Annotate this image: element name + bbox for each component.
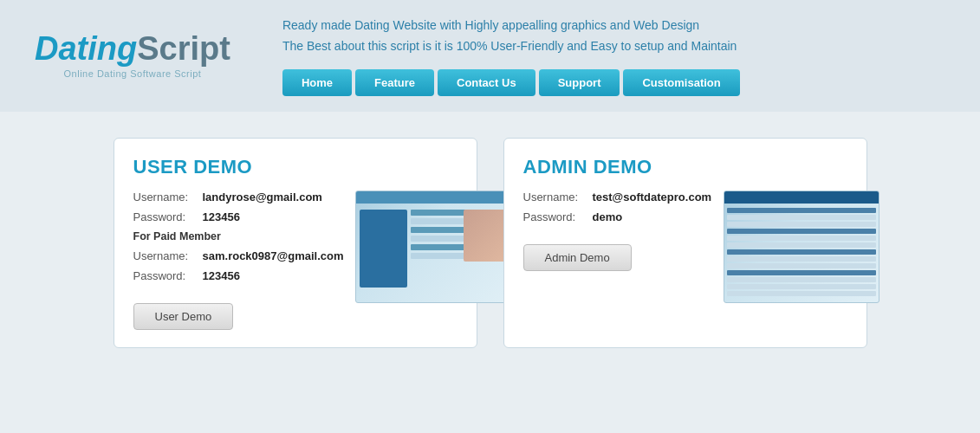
paid-username-label: Username: [133,249,203,262]
admin-demo-info: Username: test@softdatepro.com Password:… [523,191,712,303]
admin-username-value: test@softdatepro.com [593,191,712,204]
user-password-value: 123456 [203,210,240,223]
admin-demo-screenshot [724,191,879,303]
user-demo-button[interactable]: User Demo [133,303,234,330]
user-demo-box: USER DEMO Username: landyrose@gmail.com … [114,138,477,348]
user-demo-title: USER DEMO [133,156,458,178]
admin-demo-box: ADMIN DEMO Username: test@softdatepro.co… [503,138,867,348]
user-password-label: Password: [133,210,203,223]
nav: Home Feature Contact Us Support Customis… [282,69,945,96]
logo-area: DatingScript Online Dating Software Scri… [35,32,230,79]
user-username-value: landyrose@gmail.com [203,191,322,204]
admin-username-row: Username: test@softdatepro.com [523,191,712,204]
header-slogan: Ready made Dating Website with Highly ap… [282,16,945,57]
admin-demo-content: Username: test@softdatepro.com Password:… [523,191,847,303]
slogan-line2: The Best about this script is it is 100%… [282,36,945,57]
slogan-line1: Ready made Dating Website with Highly ap… [282,16,945,36]
admin-password-row: Password: demo [523,210,712,223]
paid-password-value: 123456 [203,269,240,282]
logo-dating: Dating [35,30,137,67]
user-demo-screenshot [355,191,511,303]
logo: DatingScript [35,32,230,65]
user-demo-info: Username: landyrose@gmail.com Password: … [133,191,344,330]
paid-password-row: Password: 123456 [133,269,344,282]
logo-tagline: Online Dating Software Script [64,68,202,79]
nav-customisation[interactable]: Customisation [623,69,739,96]
paid-username-value: sam.rock0987@gmail.com [203,249,344,262]
admin-demo-button[interactable]: Admin Demo [523,244,632,271]
header: DatingScript Online Dating Software Scri… [0,0,980,112]
admin-username-label: Username: [523,191,593,204]
user-demo-content: Username: landyrose@gmail.com Password: … [133,191,458,330]
paid-member-label: For Paid Member [133,230,344,242]
nav-contact-us[interactable]: Contact Us [438,69,535,96]
admin-demo-title: ADMIN DEMO [523,156,847,178]
admin-password-value: demo [593,210,623,223]
nav-feature[interactable]: Feature [355,69,434,96]
user-username-label: Username: [133,191,203,204]
main-content: USER DEMO Username: landyrose@gmail.com … [0,112,980,374]
paid-username-row: Username: sam.rock0987@gmail.com [133,249,344,262]
nav-home[interactable]: Home [282,69,352,96]
paid-password-label: Password: [133,269,203,282]
nav-support[interactable]: Support [539,69,620,96]
logo-script: Script [137,30,230,67]
user-username-row: Username: landyrose@gmail.com [133,191,344,204]
user-password-row: Password: 123456 [133,210,344,223]
header-right: Ready made Dating Website with Highly ap… [230,16,945,96]
admin-password-label: Password: [523,210,593,223]
